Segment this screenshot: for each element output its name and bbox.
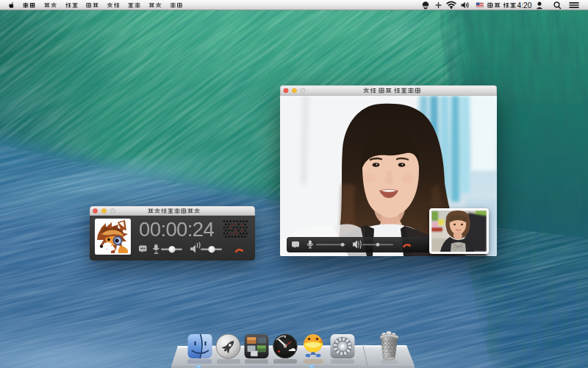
svg-text:4:20: 4:20 [517, 1, 532, 10]
svg-text:00:00:24: 00:00:24 [139, 218, 215, 241]
